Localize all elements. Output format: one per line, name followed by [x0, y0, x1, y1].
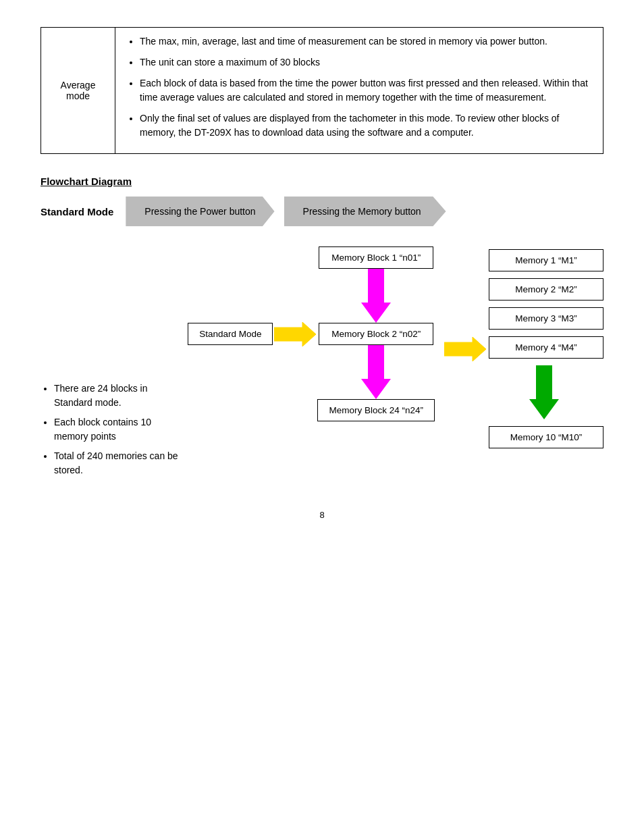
left-bullets: There are 24 blocks in Standard mode. Ea… [41, 246, 188, 483]
flow-bullet-1: There are 24 blocks in Standard mode. [54, 382, 181, 410]
table-label: Averagemode [41, 28, 115, 154]
yellow-arrow-1 [274, 322, 316, 346]
yellow-arrow-2 [444, 337, 486, 361]
magenta-arrow-1 [361, 269, 391, 323]
green-arrow [529, 365, 559, 419]
standard-mode-header-label: Standard Mode [41, 206, 113, 217]
memory-3: Memory 3 “M3” [489, 307, 603, 330]
svg-marker-2 [361, 345, 391, 399]
memory-block-2: Memory Block 2 “n02” [319, 323, 433, 345]
bullet-2: The unit can store a maximum of 30 block… [140, 55, 593, 70]
standard-mode-box: Standard Mode [188, 323, 273, 345]
flowchart-body: There are 24 blocks in Standard mode. Ea… [41, 246, 603, 483]
memory-button-banner: Pressing the Memory button [284, 197, 446, 226]
memory-1: Memory 1 “M1” [489, 249, 603, 271]
memory-10: Memory 10 “M10” [489, 426, 603, 448]
power-button-banner: Pressing the Power button [126, 197, 274, 226]
table-content: The max, min, average, last and time of … [115, 28, 603, 154]
memory-2: Memory 2 “M2” [489, 278, 603, 301]
bullet-3: Each block of data is based from the tim… [140, 76, 593, 105]
svg-marker-0 [274, 322, 316, 346]
svg-marker-1 [361, 269, 391, 323]
magenta-arrow-2 [361, 345, 391, 399]
memory-block-1: Memory Block 1 “n01” [319, 246, 433, 269]
flow-bullet-3: Total of 240 memories can be stored. [54, 449, 181, 477]
bullet-4: Only the final set of values are display… [140, 111, 593, 140]
page-number: 8 [41, 510, 603, 520]
flow-bullet-2: Each block contains 10 memory points [54, 415, 181, 444]
svg-marker-3 [444, 337, 486, 361]
memory-block-24: Memory Block 24 “n24” [317, 399, 435, 421]
flowchart-title: Flowchart Diagram [41, 176, 603, 187]
bullet-1: The max, min, average, last and time of … [140, 34, 593, 49]
average-mode-table: Averagemode The max, min, average, last … [41, 27, 603, 154]
svg-marker-4 [529, 365, 559, 419]
memory-4: Memory 4 “M4” [489, 336, 603, 359]
flowchart-header: Standard Mode Pressing the Power button … [41, 197, 603, 226]
